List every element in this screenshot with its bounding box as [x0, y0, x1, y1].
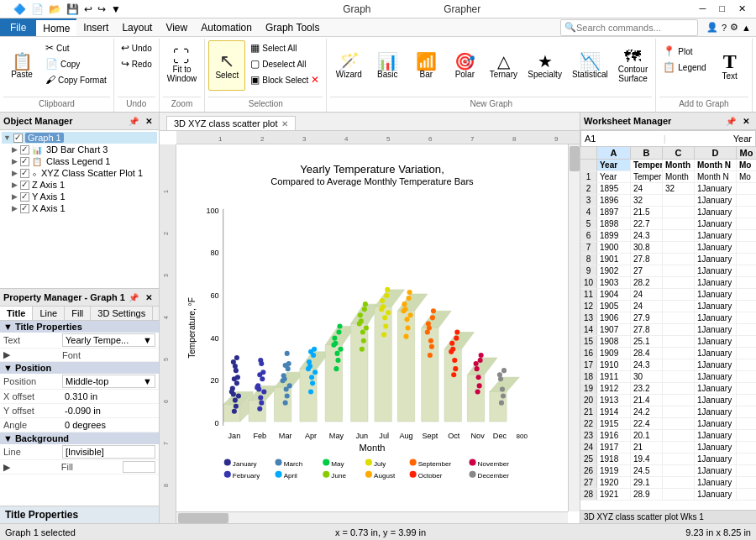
ws-cell-year[interactable]: 1905	[597, 301, 631, 312]
ws-cell-more[interactable]	[737, 406, 756, 417]
col-header-a[interactable]: A	[597, 147, 631, 159]
ws-cell-year[interactable]: 1910	[597, 359, 631, 370]
tree-item-bar-chart[interactable]: ▶ 📊 3D Bar Chart 3	[2, 144, 157, 155]
contour-btn[interactable]: 🗺 ContourSurface	[614, 40, 653, 91]
expand-xaxis[interactable]: ▶	[12, 204, 18, 212]
ws-cell-month[interactable]	[663, 442, 695, 453]
ws-cell-more[interactable]	[737, 453, 756, 464]
ws-cell-month[interactable]	[663, 254, 695, 265]
checkbox-zaxis[interactable]	[20, 181, 29, 190]
menu-automation[interactable]: Automation	[194, 18, 259, 36]
ws-cell-temp[interactable]: 27	[631, 265, 663, 276]
ws-cell-temp[interactable]: 21.4	[631, 395, 663, 406]
col-header-d[interactable]: D	[695, 147, 737, 159]
ws-cell-temp[interactable]: 23.2	[631, 383, 663, 394]
ws-cell-more-header[interactable]: Mo	[737, 160, 756, 170]
expand-yaxis[interactable]: ▶	[12, 192, 18, 201]
ws-cell-year[interactable]: Year	[597, 171, 631, 182]
ws-cell-month[interactable]	[663, 265, 695, 276]
ws-cell-temp[interactable]: 20.1	[631, 430, 663, 441]
ws-cell-monthn[interactable]: 1January	[695, 183, 737, 194]
ws-cell-monthn[interactable]: 1January	[695, 289, 737, 300]
ws-cell-temp[interactable]: 30.8	[631, 242, 663, 253]
ws-cell-more[interactable]	[737, 442, 756, 453]
ws-cell-monthn[interactable]: 1January	[695, 336, 737, 347]
ws-cell-more[interactable]	[737, 383, 756, 394]
ws-cell-year[interactable]: 1908	[597, 336, 631, 347]
ws-cell-temp[interactable]: 24.5	[631, 465, 663, 476]
ws-cell-month[interactable]	[663, 406, 695, 417]
ws-cell-monthn[interactable]: 1January	[695, 465, 737, 476]
ws-cell-more[interactable]	[737, 336, 756, 347]
ws-cell-temp[interactable]: 27.8	[631, 324, 663, 335]
ws-cell-month[interactable]	[663, 336, 695, 347]
ws-cell-year[interactable]: 1915	[597, 418, 631, 429]
ws-cell-month[interactable]	[663, 218, 695, 229]
ws-cell-more[interactable]	[737, 242, 756, 253]
ternary-btn[interactable]: △ Ternary	[485, 40, 522, 91]
ws-cell-monthn[interactable]: 1January	[695, 348, 737, 359]
ws-cell-temp[interactable]: 24	[631, 183, 663, 194]
ws-cell-monthn[interactable]: 1January	[695, 230, 737, 241]
fit-window-btn[interactable]: ⛶ Fit toWindow	[163, 40, 202, 91]
om-pin-btn[interactable]: 📌	[127, 114, 140, 128]
ws-cell-monthn[interactable]: 1January	[695, 430, 737, 441]
ws-cell-monthn[interactable]: 1January	[695, 301, 737, 312]
ws-cell-month[interactable]	[663, 489, 695, 500]
help-icon[interactable]: ?	[722, 23, 727, 33]
ws-cell-month[interactable]	[663, 395, 695, 406]
text-btn[interactable]: T Text	[711, 40, 748, 91]
ws-cell-more[interactable]	[737, 289, 756, 300]
ws-cell-temp[interactable]: 28.2	[631, 277, 663, 288]
ws-cell-more[interactable]	[737, 230, 756, 241]
wm-close-btn[interactable]: ✕	[739, 114, 753, 128]
menu-view[interactable]: View	[159, 18, 194, 36]
ws-cell-month[interactable]	[663, 418, 695, 429]
ws-cell-monthn[interactable]: 1January	[695, 383, 737, 394]
basic-btn[interactable]: 📊 Basic	[369, 40, 406, 91]
ws-cell-temp[interactable]: 19.4	[631, 453, 663, 464]
redo-btn[interactable]: ↪ Redo	[118, 56, 155, 71]
ws-cell-month[interactable]: 32	[663, 183, 695, 194]
scrollbar-h[interactable]	[176, 511, 568, 523]
wm-pin-btn[interactable]: 📌	[724, 114, 738, 128]
ws-cell-month[interactable]	[663, 477, 695, 488]
title-props-header[interactable]: ▼ Title Properties	[0, 321, 159, 333]
select-all-btn[interactable]: ▦ Select All	[247, 40, 323, 55]
ws-cell-more[interactable]	[737, 218, 756, 229]
more-qa-btn[interactable]: ▼	[109, 3, 123, 16]
background-header[interactable]: ▼ Background	[0, 433, 159, 444]
menu-insert[interactable]: Insert	[76, 18, 115, 36]
tab-title[interactable]: Title	[0, 307, 33, 320]
ws-cell-more[interactable]	[737, 324, 756, 335]
open-btn[interactable]: 📂	[47, 3, 63, 16]
scrollbar-v[interactable]	[568, 144, 580, 511]
ws-cell-month-header[interactable]: Month	[663, 160, 695, 170]
menu-graph-tools[interactable]: Graph Tools	[259, 18, 326, 36]
ws-cell-temp[interactable]: 24	[631, 301, 663, 312]
deselect-all-btn[interactable]: ▢ Deselect All	[247, 56, 323, 71]
ws-cell-temp[interactable]: 24.3	[631, 230, 663, 241]
ws-bottom-tab[interactable]: 3D XYZ class scatter plot Wks 1	[580, 510, 756, 523]
ws-cell-year-header[interactable]: Year	[597, 160, 631, 170]
ws-cell-more[interactable]	[737, 265, 756, 276]
ws-cell-year[interactable]: 1918	[597, 453, 631, 464]
checkbox-yaxis[interactable]	[20, 192, 29, 202]
close-btn[interactable]: ✕	[735, 3, 749, 14]
ws-cell-monthn[interactable]: 1January	[695, 371, 737, 382]
save-btn[interactable]: 💾	[65, 3, 81, 16]
ws-cell-year[interactable]: 1898	[597, 218, 631, 229]
ws-cell-more[interactable]	[737, 183, 756, 194]
tree-item-legend[interactable]: ▶ 📋 Class Legend 1	[2, 155, 157, 167]
collapse-ribbon-btn[interactable]: ▲	[742, 23, 751, 33]
statistical-btn[interactable]: 📉 Statistical	[568, 40, 612, 91]
ws-cell-month[interactable]: Month	[663, 171, 695, 182]
search-bar[interactable]: 🔍	[560, 19, 698, 36]
block-select-btn[interactable]: ▣ Block Select ✕	[247, 72, 323, 87]
graph-tab-active[interactable]: 3D XYZ class scatter plot ✕	[166, 116, 296, 130]
ws-cell-month[interactable]	[663, 359, 695, 370]
position-value[interactable]: Middle-top ▼	[62, 375, 155, 388]
ws-cell-month[interactable]	[663, 430, 695, 441]
ws-cell-month[interactable]	[663, 289, 695, 300]
ws-cell-temp[interactable]: 27.8	[631, 254, 663, 265]
